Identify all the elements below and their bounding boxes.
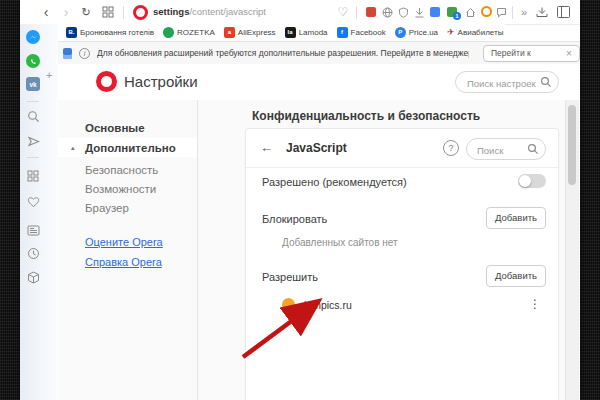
bookmark-facebook[interactable]: f Facebook — [337, 27, 386, 38]
messenger-icon[interactable] — [25, 29, 41, 45]
allow-add-button[interactable]: Добавить — [486, 265, 546, 287]
lamoda-favicon: la — [285, 27, 296, 38]
red-extension-icon[interactable] — [366, 7, 376, 17]
chat-extension-icon[interactable] — [496, 7, 507, 18]
orange-extension-icon[interactable] — [481, 6, 492, 17]
speed-dial-grid-icon[interactable] — [102, 6, 114, 18]
allow-section-title: Разрешить — [262, 271, 318, 283]
javascript-allowed-toggle[interactable] — [518, 174, 546, 188]
green-extension-icon[interactable]: 1 — [447, 7, 457, 17]
reload-icon[interactable]: ↻ — [78, 0, 94, 24]
block-empty-text: Добавленных сайтов нет — [282, 237, 398, 248]
nav-item-security[interactable]: Безопасность — [85, 164, 158, 176]
shield-extension-icon[interactable] — [398, 7, 409, 18]
rozetka-favicon — [163, 27, 174, 38]
notification-message: Для обновления расширений требуются допо… — [97, 42, 469, 65]
speed-dial-icon[interactable] — [25, 168, 41, 184]
address-bar[interactable]: settings/content/javascript — [153, 0, 266, 24]
bookmark-priceua[interactable]: P Price.ua — [395, 27, 438, 38]
browser-window: ‹ › ↻ settings/content/javascript ♡ 1 — [20, 0, 580, 400]
settings-header: Настройки — [58, 64, 580, 101]
nav-item-advanced[interactable]: Дополнительно — [85, 142, 176, 154]
card-search-input[interactable] — [475, 140, 531, 160]
facebook-favicon: f — [337, 27, 348, 38]
vk-icon[interactable]: vk — [25, 76, 41, 92]
booking-favicon: B. — [66, 27, 77, 38]
download-extension-icon[interactable] — [414, 7, 425, 18]
bookmark-heart-icon[interactable]: ♡ — [336, 0, 350, 24]
sidebar-divider — [27, 157, 39, 158]
aliexpress-favicon: a — [224, 27, 235, 38]
scrollbar-track[interactable] — [565, 100, 579, 400]
javascript-settings-card: ← JavaScript ? Разрешено (рекомендуется)… — [245, 128, 559, 400]
back-icon[interactable]: ‹ — [38, 0, 54, 24]
back-arrow-icon[interactable]: ← — [260, 129, 273, 167]
bookmark-lamoda[interactable]: la Lamoda — [285, 27, 328, 38]
opera-help-link[interactable]: Справка Opera — [85, 256, 162, 268]
allowed-toggle-label: Разрешено (рекомендуется) — [262, 176, 407, 188]
bookmark-label: Price.ua — [409, 28, 438, 37]
bookmark-label: ROZETKA — [177, 28, 215, 37]
bookmark-rozetka[interactable]: ROZETKA — [163, 27, 215, 38]
personal-news-icon[interactable] — [25, 222, 41, 238]
settings-body: Основные ▴ Дополнительно Безопасность Во… — [58, 100, 580, 400]
whatsapp-icon[interactable] — [25, 53, 41, 69]
history-icon[interactable] — [25, 245, 41, 261]
bookmark-booking[interactable]: B. Бронювання готелів — [66, 27, 154, 38]
rate-opera-link[interactable]: Оцените Opera — [85, 236, 163, 248]
block-add-button[interactable]: Добавить — [486, 207, 546, 229]
home-extension-icon[interactable] — [465, 7, 476, 18]
sidebar-divider — [27, 101, 39, 102]
globe-extension-icon[interactable] — [382, 7, 393, 18]
site-favicon — [282, 298, 295, 311]
site-menu-kebab-icon[interactable]: ⋮ — [528, 297, 542, 311]
bookmark-label: Авиабилеты — [458, 28, 504, 37]
card-search-box — [466, 138, 546, 160]
search-icon — [540, 76, 552, 88]
url-path: /content/javascript — [189, 6, 266, 17]
downloads-icon[interactable] — [536, 7, 548, 18]
bookmark-aliexpress[interactable]: a AliExpress — [224, 27, 276, 38]
priceua-favicon: P — [395, 27, 406, 38]
nav-item-features[interactable]: Возможности — [85, 183, 156, 195]
sidebar-panels-icon[interactable] — [557, 6, 570, 18]
settings-search-box — [455, 71, 559, 93]
my-flow-icon[interactable] — [25, 133, 41, 149]
sidebar-search-icon[interactable] — [25, 108, 41, 124]
bookmark-label: Бронювання готелів — [80, 28, 154, 37]
extension-badge: 1 — [453, 12, 461, 20]
forward-icon[interactable]: › — [58, 0, 74, 24]
scrollbar-thumb[interactable] — [568, 105, 576, 185]
info-icon: i — [79, 48, 90, 59]
plus-icon[interactable]: + — [46, 69, 52, 81]
section-title: Конфиденциальность и безопасность — [252, 109, 480, 123]
plane-icon: ✈ — [447, 27, 455, 38]
bookmark-avia[interactable]: ✈ Авиабилеты — [447, 27, 503, 38]
bookmarks-bar: B. Бронювання готелів ROZETKA a AliExpre… — [58, 24, 505, 42]
url-host: settings — [153, 6, 189, 17]
search-icon — [527, 143, 539, 155]
card-title: JavaScript — [286, 129, 347, 167]
caret-up-icon: ▴ — [71, 144, 75, 152]
toggle-knob — [519, 175, 531, 187]
extension-notification-bar: i Для обновления расширений требуются до… — [58, 41, 580, 66]
help-icon[interactable]: ? — [443, 140, 459, 156]
allowed-site-domain: lumpics.ru — [304, 299, 352, 311]
nav-item-browser[interactable]: Браузер — [85, 202, 129, 214]
blue-extension-icon[interactable] — [430, 7, 440, 17]
extensions-cube-icon[interactable] — [25, 269, 41, 285]
opera-logo-icon — [96, 71, 117, 92]
toolbar-separator — [123, 6, 124, 19]
opera-badge-icon — [133, 5, 148, 20]
toolbar-separator — [512, 6, 513, 19]
close-notification-icon[interactable]: × — [566, 42, 572, 65]
bookmarks-heart-icon[interactable] — [25, 194, 41, 210]
settings-search-input[interactable] — [465, 73, 545, 93]
block-section-title: Блокировать — [262, 213, 327, 225]
card-header: ← JavaScript ? — [246, 129, 558, 168]
nav-divider — [197, 100, 198, 400]
extensions-overflow-icon[interactable]: » — [517, 0, 531, 24]
nav-item-general[interactable]: Основные — [85, 122, 145, 134]
bookmark-label: Facebook — [351, 28, 386, 37]
bookmark-label: Lamoda — [299, 28, 328, 37]
